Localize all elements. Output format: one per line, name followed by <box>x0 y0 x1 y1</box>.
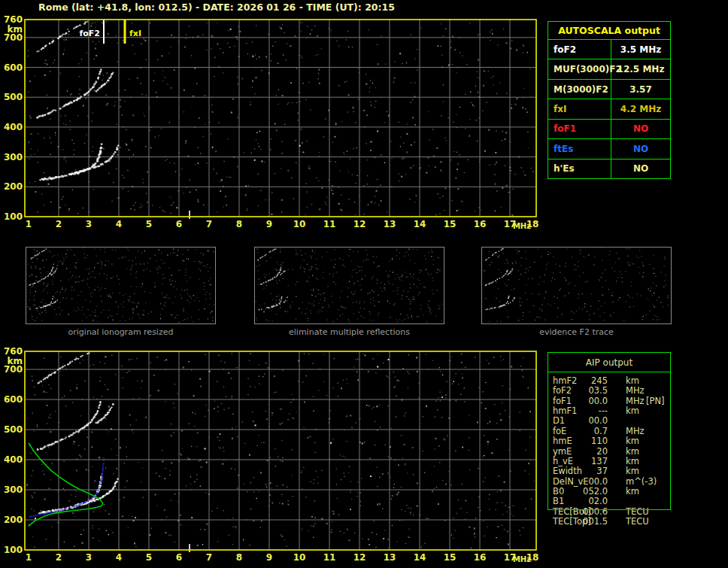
aip-row-value: --- <box>575 406 608 416</box>
noise-layer <box>27 248 214 323</box>
aip-row-label: hmE <box>553 436 572 446</box>
thumbnail-evidence-f2-trace <box>481 247 672 324</box>
autoscala-row-value: 12.5 MHz <box>611 59 670 78</box>
y-tick-label: 760 <box>4 346 23 357</box>
trace-layer <box>485 248 515 311</box>
aip-row-unit: km <box>626 406 639 416</box>
autoscala-row-label: M(3000)F2 <box>548 80 611 99</box>
autoscala-panel-header: AUTOSCALA output <box>548 22 670 40</box>
x-axis-unit: MHz <box>513 222 531 230</box>
aip-row-unit: km <box>626 376 639 386</box>
autoscala-row-h-es: h'EsNO <box>548 159 670 178</box>
x-tick-label: 10 <box>293 219 306 229</box>
aip-row-value: 052.0 <box>575 487 608 497</box>
autoscala-row-m-3000-f2: M(3000)F23.57 <box>548 80 670 99</box>
x-tick-label: 5 <box>146 219 152 229</box>
y-tick-label: 600 <box>4 62 23 73</box>
bottom-ionogram-plot: 123456789101112131415161718MHz7607006005… <box>0 345 549 567</box>
aip-row-value: 110 <box>575 436 608 446</box>
x-tick-label: 9 <box>266 219 272 229</box>
trace-hop2_x <box>96 72 114 93</box>
aip-row-unit: km <box>626 457 639 466</box>
x-axis-unit: MHz <box>513 555 531 563</box>
x-tick-label: 7 <box>206 219 212 229</box>
aip-row-b0: B0052.0km <box>548 487 671 497</box>
aip-row-label: hmF2 <box>553 376 577 386</box>
aip-row-hmf2: hmF2245km <box>548 376 671 386</box>
y-tick-label: 100 <box>4 211 23 222</box>
aip-row-value: 245 <box>575 376 608 386</box>
aip-row-fof1: foF100.0MHz[PN] <box>548 396 671 406</box>
top-ionogram-plot: foF2fxI123456789101112131415161718MHz760… <box>0 14 549 233</box>
x-tick-label: 8 <box>236 552 242 563</box>
aip-row-value: 02.0 <box>575 497 608 506</box>
aip-row-label: ymE <box>553 447 572 457</box>
x-tick-label: 14 <box>414 219 426 229</box>
x-tick-label: 12 <box>353 552 366 563</box>
y-axis-unit: km <box>8 356 23 366</box>
autoscala-rows: foF23.5 MHzMUF(3000)F212.5 MHzM(3000)F23… <box>548 40 670 178</box>
x-tick-label: 13 <box>384 219 396 229</box>
aip-row-value: 37 <box>575 466 608 476</box>
grid-layer <box>25 20 536 217</box>
autoscala-row-label: h'Es <box>548 159 611 178</box>
autoscala-output-panel: AUTOSCALA output foF23.5 MHzMUF(3000)F21… <box>548 21 671 179</box>
aip-row-unit: km <box>626 436 639 446</box>
x-tick-label: 7 <box>206 552 212 563</box>
x-axis-labels: 123456789101112131415161718MHz <box>26 552 539 563</box>
x-tick-label: 16 <box>474 219 487 229</box>
aip-row-label: D1 <box>553 416 565 426</box>
x-tick-label: 15 <box>444 552 457 563</box>
aip-row-value: 001.5 <box>575 517 608 527</box>
trace-layer <box>29 248 58 310</box>
aip-row-tec-bot-: TEC[Bot]000.6TECU <box>548 507 671 517</box>
aip-row-value: 03.5 <box>575 386 608 396</box>
aip-row-label: foF2 <box>553 386 572 396</box>
aip-row-unit: MHz <box>626 427 645 436</box>
aip-row-fof2: foF203.5MHz <box>548 386 671 396</box>
noise-layer <box>256 248 443 323</box>
aip-header-divider <box>548 372 671 372</box>
autoscala-row-ftes: ftEsNO <box>548 139 670 159</box>
aip-row-unit: km <box>626 487 639 497</box>
noise-layer <box>28 21 534 219</box>
aip-row-ewidth: Ewidth37km <box>548 466 671 476</box>
aip-row-label: hmF1 <box>553 406 577 416</box>
y-tick-label: 400 <box>4 122 23 132</box>
aip-row-label: B1 <box>553 497 564 506</box>
aip-row-label: foF1 <box>553 396 572 406</box>
aip-row-unit: TECU <box>626 517 649 527</box>
thumbnail-caption: evidence F2 trace <box>481 327 672 337</box>
autoscala-app-screen: Rome (lat: +41.8, lon: 012.5) - DATE: 20… <box>0 0 728 568</box>
x-tick-label: 14 <box>414 552 426 563</box>
autoscala-row-fxi: fxI4.2 MHz <box>548 99 670 119</box>
fof2-marker: foF2 <box>79 20 104 44</box>
trace-hop1_o <box>39 143 102 181</box>
x-axis-labels: 123456789101112131415161718MHz <box>26 219 539 230</box>
aip-row-deln-ve: DelN_vE00.0m^(-3) <box>548 477 671 487</box>
grid-layer <box>25 351 536 550</box>
fxi-marker-label: fxI <box>129 29 141 38</box>
y-tick-label: 200 <box>4 181 23 192</box>
fxi-marker: fxI <box>125 20 141 44</box>
autoscala-row-value: 3.57 <box>611 80 670 99</box>
x-tick-label: 1 <box>26 219 32 229</box>
x-tick-label: 5 <box>146 552 152 563</box>
trace-fitted <box>29 460 105 518</box>
x-tick-label: 11 <box>323 219 336 229</box>
fof2-marker-label: foF2 <box>79 29 100 38</box>
aip-row-label: B0 <box>553 487 564 497</box>
noise-layer <box>26 353 535 552</box>
y-tick-label: 760 <box>4 14 23 25</box>
autoscala-row-value: NO <box>611 139 670 158</box>
aip-row-unit: km <box>626 466 639 476</box>
x-tick-label: 1 <box>26 552 32 563</box>
aip-row-unit: MHz <box>626 396 645 406</box>
thumbnail-caption: eliminate multiple reflections <box>254 327 444 337</box>
aip-row-value: 00.0 <box>575 477 608 487</box>
y-tick-label: 300 <box>4 484 23 495</box>
aip-row-h-ve: h_vE137km <box>548 457 671 466</box>
x-tick-label: 9 <box>266 552 272 563</box>
x-tick-label: 13 <box>384 552 396 563</box>
x-tick-label: 16 <box>474 552 487 563</box>
